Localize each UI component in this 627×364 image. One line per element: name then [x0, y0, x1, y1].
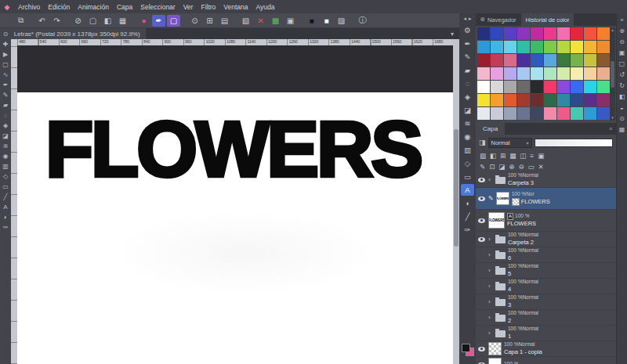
color-swatch[interactable]: [517, 67, 530, 80]
color-swatch[interactable]: [531, 67, 543, 80]
color-swatch[interactable]: [491, 107, 503, 120]
delete-layer-icon[interactable]: ✕: [538, 164, 544, 171]
tab-list-chevron-icon[interactable]: ▾: [451, 31, 454, 38]
menu-item-edici-n[interactable]: Edición: [44, 0, 74, 13]
layer-row-capa-1-copia[interactable]: 100 %NormalCapa 1 - copia: [476, 341, 616, 357]
no-color-icon[interactable]: ✕: [254, 15, 267, 27]
mask-thumbnail[interactable]: [512, 198, 520, 206]
menu-item-animaci-n[interactable]: Animación: [74, 0, 113, 13]
selection-tool-icon[interactable]: ▢: [2, 62, 9, 68]
color-swatch[interactable]: [597, 107, 610, 120]
fill-tool-icon[interactable]: ◉: [461, 131, 474, 142]
scroll-up-icon[interactable]: ▲: [611, 28, 614, 32]
frame-tool-icon[interactable]: ▭: [461, 171, 474, 182]
merge-down-icon[interactable]: ⊕: [509, 164, 514, 171]
menu-item-ayuda[interactable]: Ayuda: [252, 0, 279, 13]
blend-tool-icon[interactable]: ≋: [3, 143, 9, 150]
operation-tool-icon[interactable]: ▶: [3, 52, 8, 58]
two-pane-view-icon[interactable]: ▣: [538, 153, 544, 160]
info-icon[interactable]: ⓘ: [356, 15, 369, 27]
balloon-tool-icon[interactable]: ◗: [461, 197, 474, 209]
clear-icon[interactable]: ⊘: [71, 15, 85, 27]
canvas-vertical-scrollbar[interactable]: [453, 39, 459, 364]
layer-thumbnail[interactable]: FLOWERS: [488, 212, 505, 229]
reset-display-icon[interactable]: ⊙: [619, 116, 625, 122]
layer-thumbnail[interactable]: [488, 342, 502, 355]
invert-selection-icon[interactable]: ◧: [101, 15, 114, 27]
visibility-eye-icon[interactable]: [477, 178, 486, 182]
snap-ruler-icon[interactable]: ⊙: [188, 15, 201, 27]
color-swatch[interactable]: [531, 27, 543, 40]
layer-row-6[interactable]: ›100 %Normal6: [476, 247, 616, 263]
rotate-right-icon[interactable]: ↻: [619, 83, 625, 89]
color-swatch[interactable]: [517, 94, 530, 106]
tab-capa[interactable]: Capa: [476, 123, 505, 135]
transfer-icon[interactable]: ⊖: [518, 164, 524, 171]
color-swatch[interactable]: [477, 27, 490, 40]
color-swatch[interactable]: [504, 27, 516, 40]
color-swatch[interactable]: [477, 94, 490, 106]
color-swatch[interactable]: [571, 81, 583, 93]
color-swatch[interactable]: [571, 67, 583, 80]
visibility-eye-icon[interactable]: [477, 237, 486, 242]
layer-thumbnail[interactable]: FLOWERS: [496, 192, 509, 205]
color-swatch[interactable]: [517, 81, 530, 93]
gradient-tool-icon[interactable]: ▥: [2, 164, 9, 170]
eyedropper-tool-icon[interactable]: ✑: [461, 224, 474, 236]
pen-tool-icon[interactable]: ✒: [461, 38, 474, 49]
color-swatch[interactable]: [517, 54, 530, 67]
blend-mode-dropdown[interactable]: Normal ▾: [488, 138, 532, 148]
color-swatch[interactable]: [504, 94, 516, 106]
color-swatch[interactable]: [597, 27, 610, 40]
actual-size-icon[interactable]: ▢: [619, 61, 625, 67]
color-swatch[interactable]: [597, 54, 610, 67]
eraser-tool-icon[interactable]: ◪: [2, 133, 9, 139]
undo-icon[interactable]: ↶: [35, 15, 49, 27]
deselect-icon[interactable]: ▢: [86, 15, 100, 27]
color-swatch[interactable]: [477, 41, 490, 53]
menu-item-capa[interactable]: Capa: [113, 0, 136, 13]
pen-tool-icon[interactable]: ✒: [3, 82, 9, 88]
layer-row-carpeta-2[interactable]: ›100 %NormalCarpeta 2: [476, 232, 616, 247]
panel-tab-navegador[interactable]: ⊚Navegador: [476, 13, 521, 26]
color-swatch[interactable]: [584, 54, 596, 67]
color-swatch[interactable]: [584, 81, 596, 93]
transparent-swatch[interactable]: ▨: [335, 15, 348, 27]
set-as-ruler-icon[interactable]: ◫: [520, 153, 526, 160]
fill-tool-icon[interactable]: ◉: [3, 153, 9, 160]
scrollbar-thumb[interactable]: [454, 129, 458, 247]
airbrush-tool-icon[interactable]: ◌: [461, 77, 474, 89]
panel-tab-historial-de-color[interactable]: Historial de color: [521, 13, 574, 26]
color-swatch[interactable]: [557, 67, 570, 80]
pen-pressure-icon[interactable]: ✒: [152, 15, 165, 27]
color-swatch[interactable]: [571, 41, 583, 53]
mask-icon[interactable]: ▭: [528, 164, 535, 171]
menu-item-ventana[interactable]: Ventana: [219, 0, 252, 13]
expand-arrow-icon[interactable]: ›: [488, 283, 493, 290]
document-tab[interactable]: ▣ Letras* (Postal 2039 x 1378px 350dpi 9…: [0, 28, 146, 39]
menu-item-ver[interactable]: Ver: [179, 0, 198, 13]
color-wheel-icon[interactable]: ●: [137, 15, 150, 27]
color-swatch[interactable]: [491, 81, 503, 93]
color-swatch[interactable]: [597, 41, 610, 53]
snap-grid-icon[interactable]: ⊞: [203, 15, 216, 27]
color-swatch[interactable]: [544, 54, 556, 67]
lock-layer-icon[interactable]: ◧: [490, 153, 496, 160]
color-swatch[interactable]: [491, 54, 503, 67]
decoration-tool-icon[interactable]: ◈: [461, 91, 474, 103]
pencil-tool-icon[interactable]: ✎: [461, 51, 474, 63]
material-panel-icon[interactable]: ▧: [239, 15, 252, 27]
text-tool-icon[interactable]: A: [3, 204, 7, 211]
menu-item-filtro[interactable]: Filtro: [197, 0, 219, 13]
change-layer-color-icon[interactable]: ▧: [480, 153, 486, 160]
pencil-tool-icon[interactable]: ✎: [3, 92, 9, 99]
collapse-right-icon[interactable]: ▸: [469, 16, 472, 22]
grid-toggle-icon[interactable]: ▦: [619, 127, 625, 133]
color-swatch[interactable]: [571, 27, 583, 40]
color-swatch[interactable]: [517, 41, 530, 53]
color-swatch[interactable]: [531, 41, 543, 53]
gradient-tool-icon[interactable]: ▥: [461, 144, 474, 156]
color-swatch[interactable]: [544, 94, 556, 106]
fit-to-screen-icon[interactable]: ▣: [619, 50, 625, 56]
color-swatch[interactable]: [477, 107, 490, 120]
